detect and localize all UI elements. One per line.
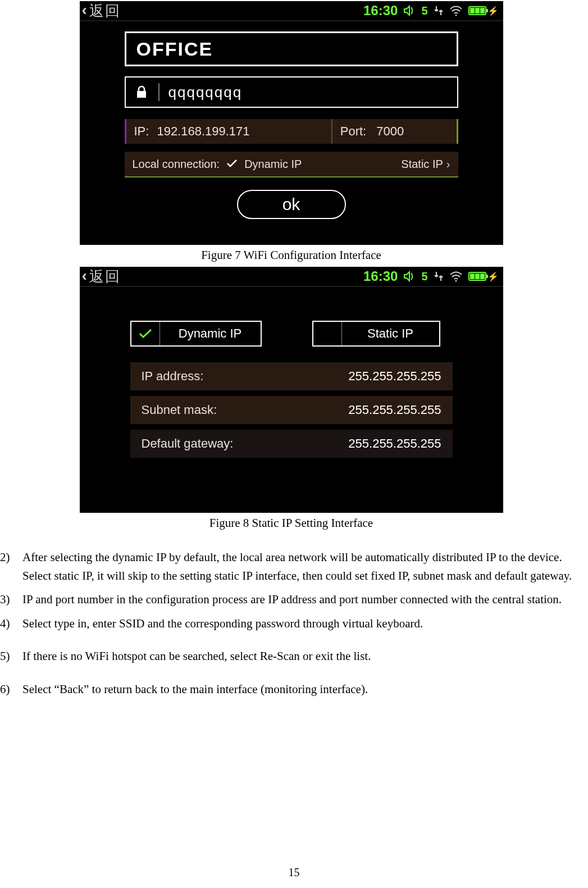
figure7-caption: Figure 7 WiFi Configuration Interface [0, 248, 582, 262]
figure7-screenshot: ‹ 返回 16:30 5 [80, 1, 503, 245]
volume-value: 5 [421, 4, 427, 17]
instr-text-5: If there is no WiFi hotspot can be searc… [22, 647, 582, 666]
svg-rect-6 [137, 91, 146, 98]
instr-text-3: IP and port number in the configuration … [22, 590, 582, 609]
ip-value: 192.168.199.171 [157, 124, 249, 139]
instr-text-4: Select type in, enter SSID and the corre… [22, 614, 582, 633]
volume-icon [403, 5, 416, 16]
dynamic-ip-label: Dynamic IP [160, 326, 261, 341]
password-value: qqqqqqqq [168, 84, 243, 101]
svg-rect-9 [470, 274, 475, 279]
svg-rect-4 [480, 8, 485, 13]
ip-port-row: IP: 192.168.199.171 Port: 7000 [125, 119, 458, 144]
page-number: 15 [0, 866, 588, 879]
check-slot-empty [313, 322, 342, 345]
ssid-input[interactable]: OFFICE [125, 31, 458, 66]
volume-value: 5 [421, 270, 427, 283]
ssid-value: OFFICE [136, 38, 213, 60]
svg-rect-10 [475, 274, 480, 279]
ip-field[interactable]: IP: 192.168.199.171 [125, 119, 331, 144]
back-button[interactable]: ‹ 返回 [82, 267, 121, 286]
port-label: Port: [340, 124, 366, 139]
subnet-mask-row[interactable]: Subnet mask: 255.255.255.255 [130, 396, 453, 424]
svg-point-0 [455, 15, 457, 16]
back-button[interactable]: ‹ 返回 [82, 1, 121, 21]
local-connection-label: Local connection: [133, 158, 220, 171]
default-gateway-value: 255.255.255.255 [348, 436, 441, 451]
svg-rect-3 [475, 8, 480, 13]
document-page: ‹ 返回 16:30 5 [0, 1, 588, 888]
separator [158, 83, 159, 101]
wifi-icon [449, 5, 463, 16]
svg-rect-2 [470, 8, 475, 13]
ip-address-label: IP address: [142, 369, 204, 384]
chevron-right-icon: › [446, 158, 450, 171]
check-icon [226, 158, 238, 171]
ip-label: IP: [134, 124, 149, 139]
sync-icon [434, 271, 444, 282]
back-label: 返回 [89, 1, 121, 21]
ok-button-label: ok [282, 195, 300, 214]
status-bar: ‹ 返回 16:30 5 [80, 267, 503, 287]
instr-num-6: 6) [0, 680, 22, 699]
status-bar: ‹ 返回 16:30 5 [80, 1, 503, 21]
static-ip-link[interactable]: Static IP › [401, 158, 450, 171]
instr-text-6: Select “Back” to return back to the main… [22, 680, 582, 699]
instr-text-2: After selecting the dynamic IP by defaul… [22, 548, 582, 585]
ip-address-row[interactable]: IP address: 255.255.255.255 [130, 362, 453, 390]
svg-point-7 [455, 280, 457, 282]
ok-button[interactable]: ok [237, 190, 346, 219]
svg-rect-11 [480, 274, 485, 279]
dynamic-ip-option[interactable]: Dynamic IP [244, 158, 302, 171]
subnet-mask-label: Subnet mask: [142, 403, 217, 417]
instruction-list: 2) After selecting the dynamic IP by def… [0, 548, 582, 698]
instr-num-2: 2) [0, 548, 22, 585]
local-connection-row: Local connection: Dynamic IP Static IP › [125, 152, 458, 177]
back-label: 返回 [89, 267, 121, 286]
static-ip-label: Static IP [401, 158, 443, 171]
check-icon [131, 322, 160, 345]
password-input[interactable]: qqqqqqqq [125, 76, 458, 108]
figure8-caption: Figure 8 Static IP Setting Interface [0, 516, 582, 530]
instr-num-5: 5) [0, 647, 22, 666]
clock-time: 16:30 [363, 3, 398, 19]
ip-address-value: 255.255.255.255 [348, 369, 441, 384]
port-field[interactable]: Port: 7000 [332, 119, 458, 144]
battery-icon: ⚡ [468, 6, 499, 16]
figure8-screenshot: ‹ 返回 16:30 5 [80, 267, 503, 513]
chevron-left-icon: ‹ [82, 268, 87, 285]
instr-num-3: 3) [0, 590, 22, 609]
instr-num-4: 4) [0, 614, 22, 633]
clock-time: 16:30 [363, 268, 398, 284]
battery-icon: ⚡ [468, 271, 499, 282]
wifi-icon [449, 271, 463, 282]
dynamic-ip-option[interactable]: Dynamic IP [130, 321, 262, 347]
default-gateway-row[interactable]: Default gateway: 255.255.255.255 [130, 430, 453, 458]
sync-icon [434, 5, 444, 16]
chevron-left-icon: ‹ [82, 2, 87, 19]
default-gateway-label: Default gateway: [142, 436, 234, 451]
volume-icon [403, 271, 416, 282]
subnet-mask-value: 255.255.255.255 [348, 403, 441, 417]
static-ip-option[interactable]: Static IP [312, 321, 440, 347]
port-value: 7000 [376, 124, 404, 139]
lock-icon [134, 85, 149, 99]
static-ip-label: Static IP [342, 326, 439, 341]
